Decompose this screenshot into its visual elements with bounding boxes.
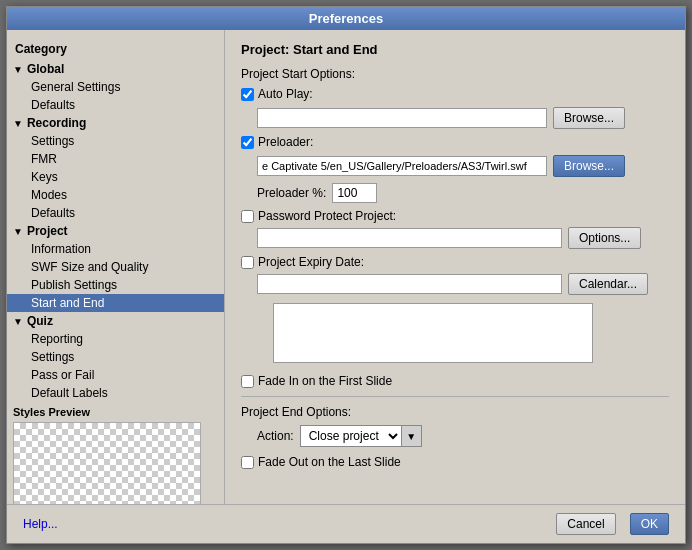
- preloader-percent-input[interactable]: [332, 183, 377, 203]
- sidebar-item-pass-or-fail[interactable]: Pass or Fail: [7, 366, 224, 384]
- options-button[interactable]: Options...: [568, 227, 641, 249]
- fade-out-row: Fade Out on the Last Slide: [241, 455, 669, 469]
- styles-preview-label: Styles Preview: [13, 406, 218, 418]
- expiry-input[interactable]: [257, 274, 562, 294]
- sidebar-section-recording-label: Recording: [27, 116, 86, 130]
- styles-preview-section: Styles Preview: [7, 402, 224, 504]
- sidebar-section-project[interactable]: ▼ Project: [7, 222, 224, 240]
- calendar-button[interactable]: Calendar...: [568, 273, 648, 295]
- auto-play-input[interactable]: [257, 108, 547, 128]
- action-label: Action:: [257, 429, 294, 443]
- fade-out-checkbox[interactable]: [241, 456, 254, 469]
- preloader-checkbox-label[interactable]: Preloader:: [241, 135, 313, 149]
- divider: [241, 396, 669, 397]
- browse1-button[interactable]: Browse...: [553, 107, 625, 129]
- expiry-checkbox[interactable]: [241, 256, 254, 269]
- preloader-percent-label: Preloader %:: [257, 186, 326, 200]
- preferences-dialog: Preferences Category ▼ Global General Se…: [6, 6, 686, 544]
- sidebar-item-keys[interactable]: Keys: [7, 168, 224, 186]
- arrow-global-icon: ▼: [13, 64, 23, 75]
- action-row: Action: Close project Stop project Loop …: [257, 425, 669, 447]
- sidebar-item-default-labels[interactable]: Default Labels: [7, 384, 224, 402]
- preloader-input-row: Browse...: [257, 155, 669, 177]
- password-protect-label[interactable]: Password Protect Project:: [241, 209, 396, 223]
- sidebar-item-information[interactable]: Information: [7, 240, 224, 258]
- category-label: Category: [7, 38, 224, 60]
- arrow-project-icon: ▼: [13, 226, 23, 237]
- sidebar-item-fmr[interactable]: FMR: [7, 150, 224, 168]
- browse2-button[interactable]: Browse...: [553, 155, 625, 177]
- auto-play-checkbox-label[interactable]: Auto Play:: [241, 87, 313, 101]
- sidebar-section-quiz[interactable]: ▼ Quiz: [7, 312, 224, 330]
- expiry-check-row: Project Expiry Date:: [241, 255, 669, 269]
- expiry-input-row: Calendar...: [257, 273, 669, 295]
- preloader-row: Preloader:: [241, 135, 669, 149]
- sidebar: Category ▼ Global General Settings Defau…: [7, 30, 225, 504]
- preloader-percent-row: Preloader %:: [241, 183, 669, 203]
- fade-out-checkbox-label[interactable]: Fade Out on the Last Slide: [241, 455, 669, 469]
- expiry-checkbox-label[interactable]: Project Expiry Date:: [241, 255, 669, 269]
- sidebar-section-quiz-label: Quiz: [27, 314, 53, 328]
- action-select[interactable]: Close project Stop project Loop project: [301, 426, 401, 446]
- sidebar-item-settings[interactable]: Settings: [7, 132, 224, 150]
- ok-button[interactable]: OK: [630, 513, 669, 535]
- action-dropdown-icon[interactable]: ▼: [401, 426, 421, 446]
- sidebar-item-start-and-end[interactable]: Start and End: [7, 294, 224, 312]
- password-input-row: Options...: [257, 227, 669, 249]
- sidebar-item-publish-settings[interactable]: Publish Settings: [7, 276, 224, 294]
- sidebar-item-swf-size[interactable]: SWF Size and Quality: [7, 258, 224, 276]
- dialog-title: Preferences: [7, 7, 685, 30]
- expiry-textarea[interactable]: [273, 303, 593, 363]
- fade-in-checkbox-label[interactable]: Fade In on the First Slide: [241, 374, 669, 388]
- preloader-checkbox[interactable]: [241, 136, 254, 149]
- bottom-buttons: Cancel OK: [550, 513, 669, 535]
- auto-play-input-row: Browse...: [257, 107, 669, 129]
- content-area: Project: Start and End Project Start Opt…: [225, 30, 685, 504]
- password-input[interactable]: [257, 228, 562, 248]
- cancel-button[interactable]: Cancel: [556, 513, 615, 535]
- auto-play-row: Auto Play:: [241, 87, 669, 101]
- action-select-wrapper[interactable]: Close project Stop project Loop project …: [300, 425, 422, 447]
- styles-preview-canvas: [13, 422, 201, 504]
- project-end-label: Project End Options:: [241, 405, 669, 419]
- sidebar-item-general-settings[interactable]: General Settings: [7, 78, 224, 96]
- preloader-input[interactable]: [257, 156, 547, 176]
- password-protect-row: Password Protect Project:: [241, 209, 669, 223]
- sidebar-item-reporting[interactable]: Reporting: [7, 330, 224, 348]
- fade-in-row: Fade In on the First Slide: [241, 374, 669, 388]
- sidebar-item-quiz-settings[interactable]: Settings: [7, 348, 224, 366]
- help-link[interactable]: Help...: [23, 517, 58, 531]
- sidebar-section-project-label: Project: [27, 224, 68, 238]
- project-start-label: Project Start Options:: [241, 67, 669, 81]
- password-protect-checkbox[interactable]: [241, 210, 254, 223]
- auto-play-checkbox[interactable]: [241, 88, 254, 101]
- sidebar-item-defaults-global[interactable]: Defaults: [7, 96, 224, 114]
- sidebar-section-recording[interactable]: ▼ Recording: [7, 114, 224, 132]
- bottom-bar: Help... Cancel OK: [7, 504, 685, 543]
- sidebar-section-global-label: Global: [27, 62, 64, 76]
- arrow-recording-icon: ▼: [13, 118, 23, 129]
- dialog-body: Category ▼ Global General Settings Defau…: [7, 30, 685, 504]
- sidebar-item-defaults-recording[interactable]: Defaults: [7, 204, 224, 222]
- expiry-textarea-wrapper: [257, 301, 669, 366]
- fade-in-checkbox[interactable]: [241, 375, 254, 388]
- sidebar-section-global[interactable]: ▼ Global: [7, 60, 224, 78]
- content-title: Project: Start and End: [241, 42, 669, 57]
- sidebar-item-modes[interactable]: Modes: [7, 186, 224, 204]
- arrow-quiz-icon: ▼: [13, 316, 23, 327]
